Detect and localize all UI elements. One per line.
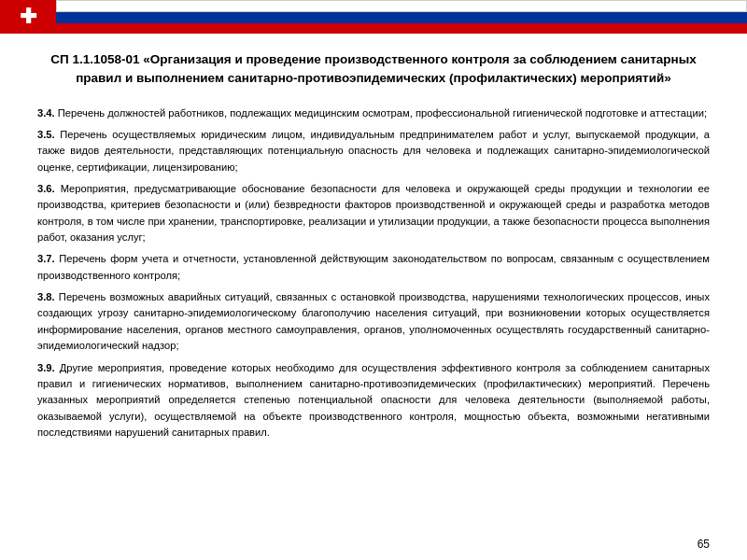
content-area: СП 1.1.1058-01 «Организация и проведение… <box>0 34 747 455</box>
flag-white-stripe <box>56 0 747 12</box>
para-text-3-6: Мероприятия, предусматривающие обоснован… <box>37 183 710 243</box>
para-text-3-7: Перечень форм учета и отчетности, устано… <box>37 253 710 280</box>
document-title: СП 1.1.1058-01 «Организация и проведение… <box>37 50 710 89</box>
para-num-3-7: 3.7. <box>37 253 55 264</box>
paragraph-3-5: 3.5. Перечень осуществляемых юридическим… <box>37 127 710 175</box>
para-num-3-5: 3.5. <box>37 129 55 140</box>
para-num-3-8: 3.8. <box>37 291 55 302</box>
page-number: 65 <box>698 538 710 551</box>
logo-area: ✚ <box>0 0 56 34</box>
para-num-3-6: 3.6. <box>37 183 55 194</box>
para-text-3-5: Перечень осуществляемых юридическим лицо… <box>37 129 710 173</box>
top-bar: ✚ <box>0 0 747 34</box>
paragraph-3-9: 3.9. Другие мероприятия, проведение кото… <box>37 360 710 441</box>
document-body: 3.4. Перечень должностей работников, под… <box>37 105 710 441</box>
medical-cross-icon: ✚ <box>20 5 36 29</box>
paragraph-3-7: 3.7. Перечень форм учета и отчетности, у… <box>37 251 710 284</box>
flag-blue-stripe <box>56 12 747 22</box>
paragraph-3-6: 3.6. Мероприятия, предусматривающие обос… <box>37 181 710 245</box>
para-text-3-8: Перечень возможных аварийных ситуаций, с… <box>37 291 710 351</box>
paragraph-3-4: 3.4. Перечень должностей работников, под… <box>37 105 710 121</box>
flag-red-stripe <box>56 23 747 34</box>
flag-stripes <box>56 0 747 34</box>
paragraph-3-8: 3.8. Перечень возможных аварийных ситуац… <box>37 289 710 354</box>
para-text-3-4: Перечень должностей работников, подлежащ… <box>58 107 707 119</box>
para-text-3-9: Другие мероприятия, проведение которых н… <box>37 362 710 438</box>
document-title-block: СП 1.1.1058-01 «Организация и проведение… <box>37 50 710 89</box>
para-num-3-4: 3.4. <box>37 107 55 119</box>
para-num-3-9: 3.9. <box>37 362 55 373</box>
